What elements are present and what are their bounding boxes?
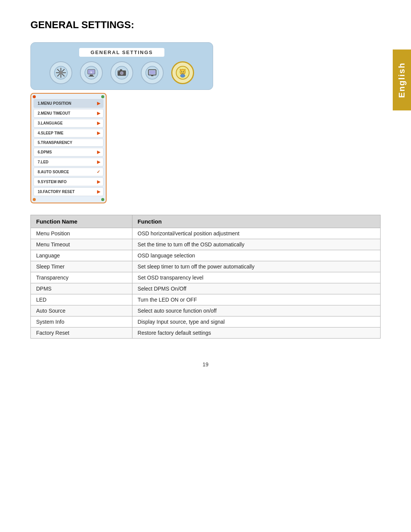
function-table: Function Name Function Menu PositionOSD … (30, 215, 381, 339)
svg-rect-22 (151, 75, 153, 76)
table-cell-function: OSD horizontal/vertical position adjustm… (132, 228, 380, 239)
dot-bottom-right (101, 198, 104, 201)
osd-icon-camera (110, 61, 133, 84)
table-cell-name: DPMS (31, 283, 132, 294)
svg-rect-9 (90, 75, 93, 76)
menu-item-arrow: ▶ (97, 131, 100, 136)
table-cell-name: Menu Position (31, 228, 132, 239)
svg-point-5 (59, 71, 62, 74)
table-cell-name: System Info (31, 316, 132, 328)
table-row: System InfoDisplay Input source, type an… (31, 316, 381, 328)
menu-item: 5.TRANSPARENCY (33, 139, 104, 147)
menu-items-list: 1.MENU POSITION▶2.MENU TIMEOUT▶3.LANGUAG… (31, 94, 106, 203)
table-header-function-name: Function Name (31, 215, 132, 228)
menu-item: 1.MENU POSITION▶ (33, 99, 104, 108)
language-sidebar: English (393, 50, 411, 110)
menu-item-arrow: ✓ (97, 169, 100, 174)
table-row: Menu PositionOSD horizontal/vertical pos… (31, 228, 381, 239)
dot-bottom-left (33, 198, 36, 201)
svg-text:b: b (91, 71, 92, 73)
menu-item-label: 2.MENU TIMEOUT (38, 111, 70, 115)
menu-item-arrow: ▶ (97, 179, 100, 184)
dot-top-left (33, 95, 36, 98)
svg-rect-18 (118, 71, 119, 72)
osd-icon-display (141, 61, 164, 84)
menu-item: 3.LANGUAGE▶ (33, 119, 104, 128)
menu-item-arrow: ▶ (97, 189, 100, 194)
menu-item-arrow: ▶ (97, 111, 100, 116)
table-row: Sleep TimerSet sleep timer to turn off t… (31, 261, 381, 272)
menu-item-label: 1.MENU POSITION (38, 101, 71, 105)
osd-section: GENERAL SETTINGS (30, 42, 381, 203)
menu-item: 8.AUTO SOURCE✓ (33, 168, 104, 176)
menu-item: 4.SLEEP TIME▶ (33, 129, 104, 137)
page-number: 19 (30, 361, 381, 367)
menu-item-label: 8.AUTO SOURCE (38, 170, 69, 174)
menu-item: 9.SYSTEM INFO▶ (33, 177, 104, 186)
table-row: DPMSSelect DPMS On/Off (31, 283, 381, 294)
table-cell-function: OSD language selection (132, 250, 380, 261)
table-row: LanguageOSD language selection (31, 250, 381, 261)
osd-icon-character (171, 61, 194, 84)
table-cell-function: Set OSD transparency level (132, 272, 380, 283)
menu-item-arrow: ▶ (97, 150, 100, 155)
table-cell-function: Set sleep timer to turn off the power au… (132, 261, 380, 272)
svg-point-25 (181, 71, 182, 72)
table-cell-name: LED (31, 294, 132, 305)
table-cell-function: Select DPMS On/Off (132, 283, 380, 294)
table-row: LEDTurn the LED ON or OFF (31, 294, 381, 305)
menu-item-arrow: ▶ (97, 121, 100, 126)
osd-icons-row: b (49, 61, 194, 84)
dot-top-right (101, 95, 104, 98)
osd-top-panel: GENERAL SETTINGS (30, 42, 213, 90)
table-cell-function: Turn the LED ON or OFF (132, 294, 380, 305)
osd-panel-title: GENERAL SETTINGS (79, 48, 164, 57)
osd-icon-settings (49, 61, 72, 84)
svg-rect-10 (89, 76, 94, 77)
table-cell-function: Restore factory default settings (132, 328, 380, 339)
svg-point-24 (180, 69, 185, 75)
menu-item: 10.FACTORY RESET▶ (33, 187, 104, 196)
osd-menu-panel: 1.MENU POSITION▶2.MENU TIMEOUT▶3.LANGUAG… (30, 93, 107, 203)
menu-item-label: 5.TRANSPARENCY (38, 141, 72, 145)
menu-item: 6.DPMS▶ (33, 148, 104, 157)
table-cell-function: Select auto source function on/off (132, 305, 380, 316)
table-cell-name: Menu Timeout (31, 239, 132, 250)
table-cell-name: Transparency (31, 272, 132, 283)
osd-icon-source: b (80, 61, 103, 84)
menu-item-label: 9.SYSTEM INFO (38, 180, 67, 184)
menu-item: 2.MENU TIMEOUT▶ (33, 109, 104, 118)
menu-item-label: 3.LANGUAGE (38, 121, 63, 125)
table-row: Auto SourceSelect auto source function o… (31, 305, 381, 316)
table-header-function: Function (132, 215, 380, 228)
menu-item-label: 7.LED (38, 160, 48, 164)
svg-rect-21 (149, 70, 155, 74)
svg-rect-17 (120, 69, 122, 71)
table-cell-name: Factory Reset (31, 328, 132, 339)
table-row: Menu TimeoutSet the time to turn off the… (31, 239, 381, 250)
menu-item-arrow: ▶ (97, 160, 100, 165)
menu-item-label: 4.SLEEP TIME (38, 131, 64, 135)
table-cell-function: Display Input source, type and signal (132, 316, 380, 328)
svg-point-27 (180, 74, 185, 77)
svg-point-16 (121, 72, 123, 74)
menu-item: 7.LED▶ (33, 158, 104, 166)
menu-item-label: 6.DPMS (38, 150, 52, 154)
menu-item-label: 10.FACTORY RESET (38, 190, 75, 194)
svg-point-26 (183, 71, 184, 72)
table-cell-name: Sleep Timer (31, 261, 132, 272)
table-row: TransparencySet OSD transparency level (31, 272, 381, 283)
menu-item-arrow: ▶ (97, 101, 100, 106)
table-cell-function: Set the time to turn off the OSD automat… (132, 239, 380, 250)
table-cell-name: Auto Source (31, 305, 132, 316)
table-row: Factory ResetRestore factory default set… (31, 328, 381, 339)
table-cell-name: Language (31, 250, 132, 261)
page-title: GENERAL SETTINGS: (30, 19, 381, 31)
